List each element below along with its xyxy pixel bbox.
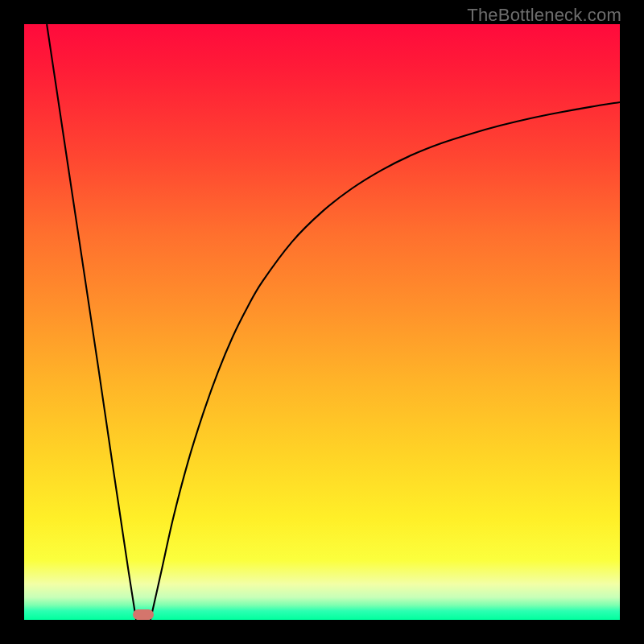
optimum-marker [133, 609, 153, 620]
curve-left-branch [47, 24, 136, 620]
chart-frame: TheBottleneck.com [0, 0, 644, 644]
watermark-text: TheBottleneck.com [467, 5, 621, 26]
bottleneck-curve [24, 24, 620, 620]
plot-area [24, 24, 620, 620]
curve-right-branch [151, 102, 620, 620]
